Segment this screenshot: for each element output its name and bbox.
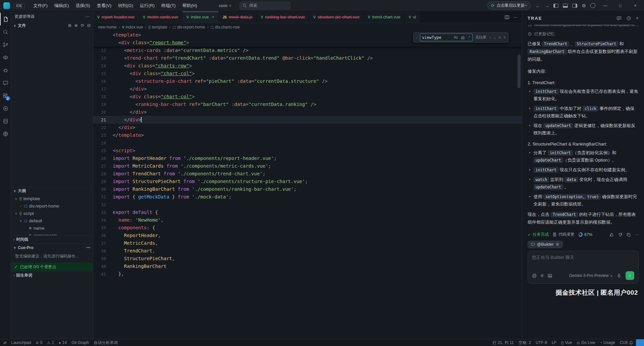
outline-item-div.report-home[interactable]: › ▢ div.report-home bbox=[11, 202, 93, 210]
code-line-36[interactable]: 36 ReportHeader, bbox=[93, 232, 522, 239]
activity-run[interactable] bbox=[0, 102, 11, 115]
code-line-14[interactable]: 14 <div class="charts-row"> bbox=[93, 62, 522, 70]
activity-preview[interactable] bbox=[0, 51, 11, 64]
code-line-23[interactable]: 23 </template> bbox=[93, 131, 522, 139]
status-go-live[interactable]: ◎ Go Live bbox=[577, 340, 595, 345]
more-actions-icon[interactable]: ⋯ bbox=[513, 14, 518, 20]
tab-ranking-bar-chart.vue[interactable]: V ranking-bar-chart.vue bbox=[257, 11, 309, 23]
find-value[interactable]: viewType bbox=[422, 35, 451, 40]
code-line-17[interactable]: 17 </div> bbox=[93, 85, 522, 93]
status-auto-analyze-words[interactable]: 自动分析单词 bbox=[94, 340, 118, 346]
code-line-30[interactable]: 30 import RankingBarChart from './compon… bbox=[93, 185, 522, 193]
close-button[interactable]: × bbox=[630, 3, 641, 8]
toggle-sidebar-icon[interactable] bbox=[553, 4, 558, 8]
find-input[interactable]: viewType Aa ab .* bbox=[420, 34, 473, 41]
status-remote-indicator[interactable]: ⇄ bbox=[3, 341, 6, 345]
menu-item-5[interactable]: 运行(R) bbox=[137, 2, 158, 10]
new-chat-icon[interactable] bbox=[616, 16, 622, 21]
notification-block[interactable] bbox=[636, 339, 644, 346]
menu-item-0[interactable]: 文件(F) bbox=[30, 2, 51, 10]
breadcrumb-item-2[interactable]: {}template bbox=[148, 25, 167, 30]
find-next-icon[interactable]: ↓ bbox=[494, 35, 496, 40]
activity-debug[interactable] bbox=[0, 64, 11, 76]
code-line-27[interactable]: 27 import MetricCards from './components… bbox=[93, 162, 522, 170]
breadcrumb-item-1[interactable]: Vindex.vue bbox=[122, 25, 143, 30]
status-launchpad[interactable]: Launchpad bbox=[11, 340, 31, 345]
activity-database[interactable] bbox=[0, 115, 11, 127]
tab-trend-chart.vue[interactable]: V trend-chart.vue bbox=[364, 11, 405, 23]
outline-item-script[interactable]: ∨ {} script bbox=[11, 210, 93, 217]
menu-item-4[interactable]: 转到(G) bbox=[115, 2, 136, 10]
code-line-12[interactable]: 12 <metric-cards :data="currentData.metr… bbox=[93, 47, 522, 54]
code-line-32[interactable]: 32 bbox=[93, 201, 522, 209]
minimize-button[interactable]: — bbox=[600, 3, 610, 8]
menu-item-7[interactable]: 帮助(H) bbox=[179, 2, 200, 10]
tab-report-header.vue[interactable]: V report-header.vue bbox=[93, 11, 139, 23]
tab-structure-pie-chart.vue[interactable]: V structure-pie-chart.vue bbox=[309, 11, 364, 23]
new-folder-icon[interactable]: ⊕ bbox=[74, 23, 78, 28]
breadcrumb-item-3[interactable]: ▢div.report-home bbox=[173, 25, 205, 30]
code-line-41[interactable]: 41 }, bbox=[93, 270, 522, 278]
outline-item-template[interactable]: ∨ {} template bbox=[11, 195, 93, 202]
status-problems-warnings[interactable]: ⚠ 1 bbox=[47, 340, 54, 345]
previous-task[interactable]: Refactor RankingBarChart to separate ini… bbox=[528, 25, 639, 27]
model-selector[interactable]: Gemini-3-Pro-Preview ∨ bbox=[569, 273, 612, 278]
timeline-section-header[interactable]: › 时间线 bbox=[11, 235, 93, 243]
activity-explorer[interactable] bbox=[0, 13, 11, 25]
code-line-16[interactable]: 16 <structure-pie-chart ref="pieChart" :… bbox=[93, 77, 522, 85]
copy-icon[interactable] bbox=[626, 232, 631, 237]
whole-word-toggle[interactable]: ab bbox=[460, 35, 465, 40]
code-line-25[interactable]: 25 <script> bbox=[93, 147, 522, 155]
outline-item-name[interactable]: ⚙ name bbox=[11, 224, 93, 232]
activity-source-control[interactable] bbox=[0, 38, 11, 51]
find-in-selection-icon[interactable]: ≡ bbox=[498, 35, 501, 40]
settings-gear-icon[interactable]: ⚙ bbox=[582, 3, 586, 8]
command-icon[interactable]: # bbox=[541, 273, 543, 278]
app-logo-icon[interactable] bbox=[3, 2, 10, 9]
code-line-13[interactable]: 13 <trend-chart ref="trendChart" :data="… bbox=[93, 54, 522, 62]
menu-item-3[interactable]: 查看(V) bbox=[94, 2, 114, 10]
thumbs-up-icon[interactable] bbox=[609, 232, 614, 237]
more-actions-icon[interactable]: ⋯ bbox=[85, 14, 90, 19]
attach-image-icon[interactable] bbox=[547, 273, 552, 278]
maximize-button[interactable]: □ bbox=[615, 3, 626, 8]
match-case-toggle[interactable]: Aa bbox=[453, 35, 459, 40]
code-line-33[interactable]: 33 export default { bbox=[93, 209, 522, 216]
status-cue[interactable]: CUE bbox=[620, 340, 628, 345]
code-line-18[interactable]: 18 <div class="chart-col"> bbox=[93, 93, 522, 101]
code-line-20[interactable]: 20 </div> bbox=[93, 108, 522, 116]
code-line-15[interactable]: 15 <div class="chart-col"> bbox=[93, 70, 522, 77]
back-button[interactable]: ← bbox=[535, 3, 540, 8]
split-editor-icon[interactable] bbox=[504, 15, 509, 20]
code-line-19[interactable]: 19 <ranking-bar-chart ref="barChart" :da… bbox=[93, 101, 522, 108]
tab-mock-data.js[interactable]: JS mock-data.js bbox=[219, 11, 257, 23]
menu-item-6[interactable]: 终端(T) bbox=[158, 2, 179, 10]
find-expand-icon[interactable]: › bbox=[416, 36, 417, 40]
chat-input-placeholder[interactable]: 您正在与 Builder 聊天 bbox=[532, 254, 634, 271]
code-line-21[interactable]: 21 </div> bbox=[93, 116, 522, 124]
account-avatar[interactable] bbox=[590, 3, 595, 8]
status-problems-hints[interactable]: ● 14 bbox=[59, 340, 67, 345]
code-line-26[interactable]: 26 import ReportHeader from './component… bbox=[93, 155, 522, 162]
regex-toggle[interactable]: .* bbox=[467, 35, 471, 40]
voice-input-icon[interactable] bbox=[616, 273, 622, 278]
code-editor[interactable]: <template> <div class="report-home"> 12 … bbox=[93, 31, 522, 339]
words-section-header[interactable]: › 陌生单词 bbox=[11, 271, 93, 279]
status-indentation[interactable]: 空格: 2 bbox=[519, 340, 531, 346]
forward-button[interactable]: → bbox=[544, 3, 549, 8]
cuepro-section-header[interactable]: ∨ Cue-Pro ⋯ bbox=[11, 243, 93, 251]
restart-update-button[interactable]: ⟳ 点击重启以更新~ bbox=[487, 1, 531, 10]
code-line-29[interactable]: 29 import StructurePieChart from './comp… bbox=[93, 178, 522, 185]
activity-extensions[interactable]: 2 bbox=[0, 89, 11, 102]
code-line-37[interactable]: 37 MetricCards, bbox=[93, 239, 522, 247]
outline-item-components[interactable]: ⚙ components bbox=[11, 232, 93, 235]
close-icon[interactable]: × bbox=[636, 15, 639, 21]
global-search[interactable]: 搜索 bbox=[239, 2, 290, 10]
outline-section-header[interactable]: ∨ 大纲 bbox=[11, 187, 93, 195]
close-icon[interactable]: × bbox=[212, 15, 214, 19]
find-previous-icon[interactable]: ↑ bbox=[489, 35, 491, 40]
activity-search[interactable] bbox=[0, 25, 11, 38]
thumbs-down-icon[interactable] bbox=[618, 232, 623, 237]
code-line-38[interactable]: 38 TrendChart, bbox=[93, 247, 522, 255]
outline-item-default[interactable]: ∨ ▢ default bbox=[11, 217, 93, 224]
